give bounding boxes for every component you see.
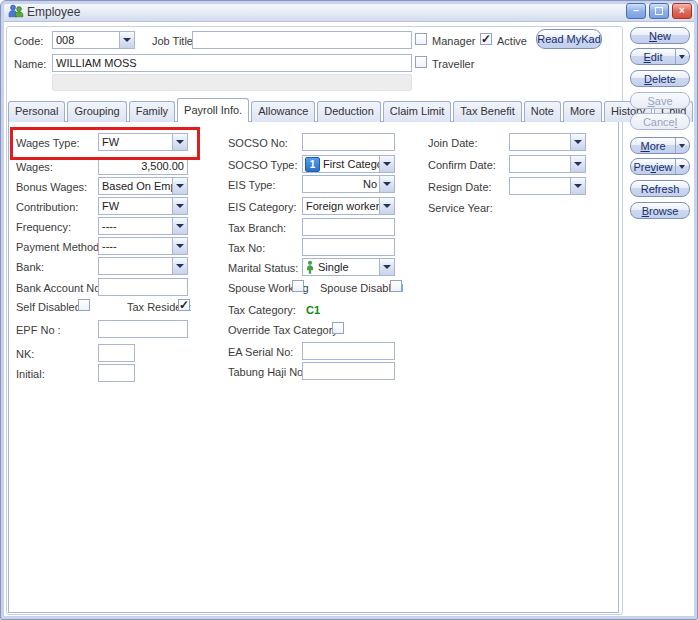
dropdown-arrow-icon <box>570 156 585 172</box>
tab-grouping[interactable]: Grouping <box>67 101 126 122</box>
close-button[interactable]: × <box>672 3 692 19</box>
traveller-checkbox[interactable] <box>415 56 427 68</box>
job-title-input[interactable] <box>192 31 412 49</box>
spouse-working-checkbox[interactable] <box>292 280 304 292</box>
manager-checkbox[interactable] <box>415 33 427 45</box>
eis-type-combo[interactable]: No <box>302 175 395 193</box>
eis-category-label: EIS Category: <box>228 201 296 213</box>
close-icon: × <box>673 4 691 18</box>
contribution-label: Contribution: <box>16 201 78 213</box>
maximize-button[interactable] <box>649 3 669 19</box>
name-input[interactable] <box>52 54 412 72</box>
preview-button[interactable]: Preview <box>630 158 690 175</box>
socso-no-input[interactable] <box>302 133 395 151</box>
tab-claim-limit[interactable]: Claim Limit <box>383 101 451 122</box>
self-disabled-checkbox[interactable] <box>78 299 90 311</box>
secondary-name-field-disabled <box>52 74 412 91</box>
new-button[interactable]: New <box>630 27 690 44</box>
read-mykad-button[interactable]: Read MyKad <box>536 29 602 49</box>
tabung-haji-no-label: Tabung Haji No. <box>228 366 306 378</box>
tax-category-value: C1 <box>306 304 320 316</box>
dropdown-arrow-icon <box>379 198 394 214</box>
tab-note[interactable]: Note <box>524 101 561 122</box>
tab-deduction[interactable]: Deduction <box>317 101 381 122</box>
active-checkbox[interactable] <box>480 33 492 45</box>
bank-account-no-input[interactable] <box>98 278 188 296</box>
dropdown-arrow-icon <box>172 258 187 274</box>
more-button[interactable]: More <box>630 137 690 154</box>
employee-people-icon <box>8 4 24 21</box>
tax-no-label: Tax No: <box>228 242 265 254</box>
ea-serial-no-input[interactable] <box>302 342 395 360</box>
service-year-label: Service Year: <box>428 202 493 214</box>
initial-input[interactable] <box>98 364 135 382</box>
dropdown-arrow-icon <box>379 156 394 172</box>
marital-status-label: Marital Status: <box>228 262 298 274</box>
resign-date-picker[interactable] <box>509 177 586 195</box>
dropdown-arrow-icon <box>570 178 585 194</box>
cancel-button: Cancel <box>630 113 690 130</box>
tax-no-input[interactable] <box>302 238 395 256</box>
confirm-date-picker[interactable] <box>509 155 586 173</box>
single-person-icon <box>305 260 315 274</box>
wages-type-combo[interactable]: FW <box>98 133 188 151</box>
payment-method-label: Payment Method: <box>16 241 102 253</box>
edit-button[interactable]: Edit <box>630 48 690 65</box>
dropdown-arrow-icon <box>172 198 187 214</box>
more-dropdown-arrow[interactable] <box>675 138 689 153</box>
employee-window: Employee – × Code: 008 Job Title: Manage… <box>0 0 698 620</box>
tax-branch-input[interactable] <box>302 218 395 236</box>
tab-payroll-info[interactable]: Payroll Info. <box>177 98 249 122</box>
dropdown-arrow-icon <box>172 218 187 234</box>
dropdown-arrow-icon <box>379 176 394 192</box>
wages-input[interactable] <box>98 157 188 175</box>
eis-type-label: EIS Type: <box>228 179 276 191</box>
job-title-label: Job Title: <box>152 35 196 47</box>
wages-label: Wages: <box>16 161 53 173</box>
join-date-picker[interactable] <box>509 133 586 151</box>
name-label: Name: <box>14 58 46 70</box>
spouse-disabled-checkbox[interactable] <box>390 280 402 292</box>
code-label: Code: <box>14 35 43 47</box>
maximize-icon <box>650 4 668 18</box>
marital-status-combo[interactable]: Single <box>302 258 395 276</box>
title-bar[interactable]: Employee <box>1 1 697 22</box>
self-disabled-label: Self Disabled <box>16 301 81 313</box>
browse-button[interactable]: Browse <box>630 202 690 219</box>
tab-tax-benefit[interactable]: Tax Benefit <box>453 101 521 122</box>
frequency-combo[interactable]: ---- <box>98 217 188 235</box>
traveller-label: Traveller <box>432 58 474 70</box>
contribution-combo[interactable]: FW <box>98 197 188 215</box>
tabung-haji-no-input[interactable] <box>302 362 395 380</box>
nk-input[interactable] <box>98 344 135 362</box>
override-tax-category-label: Override Tax Category <box>228 324 338 336</box>
socso-type-combo[interactable]: First Category <box>302 155 395 173</box>
save-button: Save <box>630 92 690 109</box>
tab-family[interactable]: Family <box>129 101 175 122</box>
tab-more[interactable]: More <box>563 101 602 122</box>
tab-personal[interactable]: Personal <box>8 101 65 122</box>
preview-dropdown-arrow[interactable] <box>675 159 689 174</box>
window-title: Employee <box>27 5 80 19</box>
override-tax-category-checkbox[interactable] <box>332 322 344 334</box>
active-label: Active <box>497 35 527 47</box>
join-date-label: Join Date: <box>428 137 478 149</box>
bank-combo[interactable] <box>98 257 188 275</box>
minimize-button[interactable]: – <box>626 3 646 19</box>
dropdown-arrow-icon <box>172 238 187 254</box>
manager-label: Manager <box>432 35 475 47</box>
wages-type-label: Wages Type: <box>16 137 80 149</box>
code-combo[interactable]: 008 <box>52 31 135 49</box>
dropdown-arrow-icon <box>570 134 585 150</box>
eis-category-combo[interactable]: Foreign workers <box>302 197 395 215</box>
tab-allowance[interactable]: Allowance <box>251 101 315 122</box>
tax-resident-checkbox[interactable] <box>178 299 190 311</box>
initial-label: Initial: <box>16 368 45 380</box>
bonus-wages-combo[interactable]: Based On Employe <box>98 177 188 195</box>
epf-no-input[interactable] <box>98 320 188 338</box>
dropdown-arrow-icon <box>172 134 187 150</box>
delete-button[interactable]: Delete <box>630 70 690 87</box>
refresh-button[interactable]: Refresh <box>630 180 690 197</box>
edit-dropdown-arrow[interactable] <box>675 49 689 64</box>
payment-method-combo[interactable]: ---- <box>98 237 188 255</box>
